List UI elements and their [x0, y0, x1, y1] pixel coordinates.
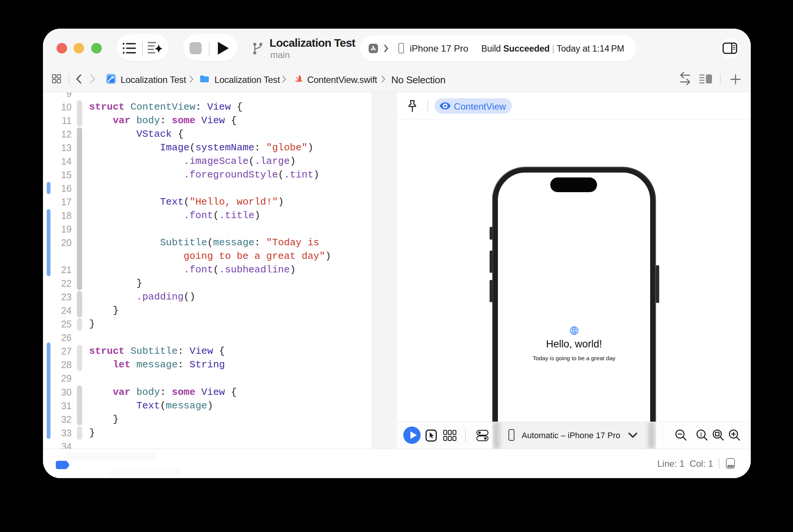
- svg-text:1: 1: [700, 431, 703, 437]
